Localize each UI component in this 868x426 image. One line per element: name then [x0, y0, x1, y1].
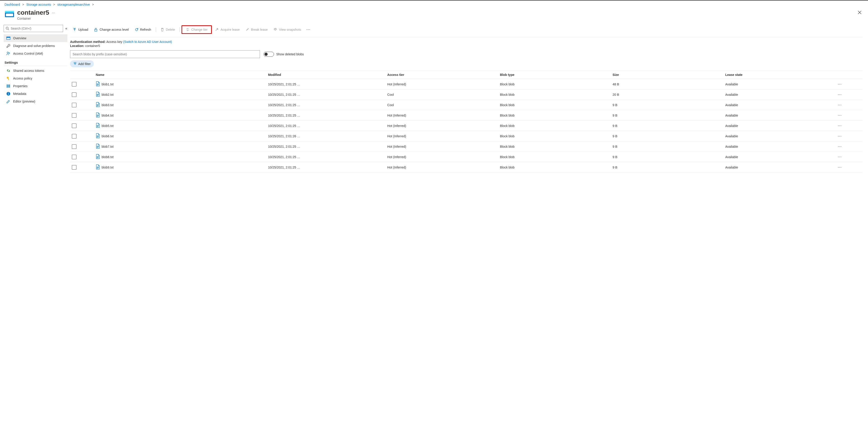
add-filter-button[interactable]: Add filter — [70, 60, 94, 67]
svg-rect-41 — [97, 156, 99, 157]
blob-name[interactable]: blob5.txt — [102, 124, 114, 128]
blob-modified: 10/25/2021, 2:01:25 … — [266, 162, 385, 172]
blob-name[interactable]: blob2.txt — [102, 93, 114, 96]
row-more-button[interactable]: ··· — [836, 131, 863, 141]
show-deleted-toggle[interactable] — [264, 52, 274, 57]
row-checkbox[interactable] — [72, 134, 76, 138]
svg-rect-39 — [97, 146, 99, 147]
view-snapshots-button: View snapshots — [271, 26, 304, 33]
blob-name[interactable]: blob3.txt — [102, 103, 114, 107]
properties-icon — [6, 84, 10, 88]
upload-button[interactable]: Upload — [70, 26, 91, 33]
close-button[interactable] — [856, 9, 864, 17]
sidebar-item-shared-access-tokens[interactable]: Shared access tokens — [4, 67, 67, 74]
title-more-button[interactable]: ··· — [52, 9, 55, 15]
file-icon — [96, 133, 100, 139]
col-header-name[interactable]: Name — [94, 71, 266, 79]
table-row[interactable]: blob9.txt10/25/2021, 2:01:25 …Hot (Infer… — [70, 162, 863, 172]
row-more-button[interactable]: ··· — [836, 110, 863, 121]
row-more-button[interactable]: ··· — [836, 79, 863, 90]
blob-size: 48 B — [611, 79, 723, 90]
sidebar-item-properties[interactable]: Properties — [4, 82, 67, 90]
search-icon — [6, 27, 9, 30]
breadcrumb-storage-account-name[interactable]: storagesamplesarchive — [57, 3, 90, 6]
file-icon — [96, 92, 100, 97]
blob-name[interactable]: blob8.txt — [102, 155, 114, 159]
row-more-button[interactable]: ··· — [836, 141, 863, 152]
blob-size: 9 B — [611, 162, 723, 172]
svg-rect-45 — [97, 167, 99, 168]
breadcrumb-dashboard[interactable]: Dashboard — [4, 3, 20, 6]
svg-rect-42 — [97, 157, 99, 158]
col-header-access-tier[interactable]: Access tier — [385, 71, 498, 79]
svg-rect-6 — [6, 37, 10, 38]
toolbar-more-button[interactable]: ··· — [304, 27, 313, 32]
blob-name[interactable]: blob4.txt — [102, 113, 114, 117]
upload-icon — [73, 28, 76, 31]
sidebar-item-iam[interactable]: Access Control (IAM) — [4, 50, 67, 57]
collapse-sidebar-button[interactable]: « — [65, 26, 67, 31]
table-row[interactable]: blob5.txt10/25/2021, 2:01:25 …Hot (Infer… — [70, 121, 863, 131]
refresh-button[interactable]: Refresh — [132, 26, 154, 33]
sidebar-item-overview[interactable]: Overview — [4, 34, 67, 42]
svg-rect-46 — [97, 168, 98, 168]
row-checkbox[interactable] — [72, 144, 76, 149]
sidebar-item-access-policy[interactable]: Access policy — [4, 74, 67, 82]
row-more-button[interactable]: ··· — [836, 100, 863, 110]
row-more-button[interactable]: ··· — [836, 162, 863, 172]
row-checkbox[interactable] — [72, 82, 76, 87]
breadcrumb-storage-accounts[interactable]: Storage accounts — [26, 3, 51, 6]
sidebar-search[interactable] — [4, 25, 63, 32]
sidebar-item-metadata[interactable]: Metadata — [4, 90, 67, 98]
change-access-level-button[interactable]: Change access level — [91, 26, 131, 33]
table-row[interactable]: blob6.txt10/25/2021, 2:01:26 …Hot (Infer… — [70, 131, 863, 141]
row-checkbox[interactable] — [72, 113, 76, 118]
sidebar-item-diagnose[interactable]: Diagnose and solve problems — [4, 42, 67, 50]
blob-tier: Cool — [385, 100, 498, 110]
col-header-blob-type[interactable]: Blob type — [498, 71, 611, 79]
sidebar-item-label: Diagnose and solve problems — [13, 44, 55, 48]
col-header-size[interactable]: Size — [611, 71, 723, 79]
table-row[interactable]: blob2.txt10/25/2021, 2:01:25 …CoolBlock … — [70, 90, 863, 100]
switch-auth-link[interactable]: (Switch to Azure AD User Account) — [123, 40, 172, 43]
row-more-button[interactable]: ··· — [836, 121, 863, 131]
row-checkbox[interactable] — [72, 155, 76, 159]
wrench-icon — [6, 44, 10, 48]
row-more-button[interactable]: ··· — [836, 152, 863, 162]
table-row[interactable]: blob7.txt10/25/2021, 2:01:25 …Hot (Infer… — [70, 141, 863, 152]
table-row[interactable]: blob3.txt10/25/2021, 2:01:25 …CoolBlock … — [70, 100, 863, 110]
sidebar-search-input[interactable] — [11, 27, 61, 30]
table-row[interactable]: blob1.txt10/25/2021, 2:01:25 …Hot (Infer… — [70, 79, 863, 90]
blob-type: Block blob — [498, 100, 611, 110]
blob-size: 9 B — [611, 121, 723, 131]
blob-type: Block blob — [498, 121, 611, 131]
blob-size: 20 B — [611, 90, 723, 100]
col-header-modified[interactable]: Modified — [266, 71, 385, 79]
blob-modified: 10/25/2021, 2:01:25 … — [266, 79, 385, 90]
page-subtitle: Container — [17, 17, 49, 20]
row-checkbox[interactable] — [72, 124, 76, 128]
row-checkbox[interactable] — [72, 92, 76, 97]
container-icon — [4, 9, 14, 19]
col-header-lease-state[interactable]: Lease state — [723, 71, 836, 79]
sidebar-section-settings: Settings — [4, 57, 67, 66]
svg-rect-40 — [97, 147, 98, 148]
blob-name[interactable]: blob6.txt — [102, 134, 114, 138]
row-checkbox[interactable] — [72, 103, 76, 107]
blob-name[interactable]: blob1.txt — [102, 83, 114, 86]
blob-name[interactable]: blob7.txt — [102, 145, 114, 149]
blob-name[interactable]: blob9.txt — [102, 166, 114, 169]
blob-type: Block blob — [498, 152, 611, 162]
row-more-button[interactable]: ··· — [836, 90, 863, 100]
blob-size: 9 B — [611, 110, 723, 121]
table-row[interactable]: blob4.txt10/25/2021, 2:01:25 …Hot (Infer… — [70, 110, 863, 121]
blob-size: 9 B — [611, 141, 723, 152]
delete-icon — [160, 28, 164, 31]
iam-icon — [6, 52, 10, 56]
svg-rect-21 — [97, 84, 99, 85]
svg-rect-37 — [97, 137, 98, 137]
sidebar-item-editor[interactable]: Editor (preview) — [4, 98, 67, 105]
row-checkbox[interactable] — [72, 165, 76, 170]
blob-search-input[interactable] — [70, 51, 260, 58]
table-row[interactable]: blob8.txt10/25/2021, 2:01:25 …Hot (Infer… — [70, 152, 863, 162]
